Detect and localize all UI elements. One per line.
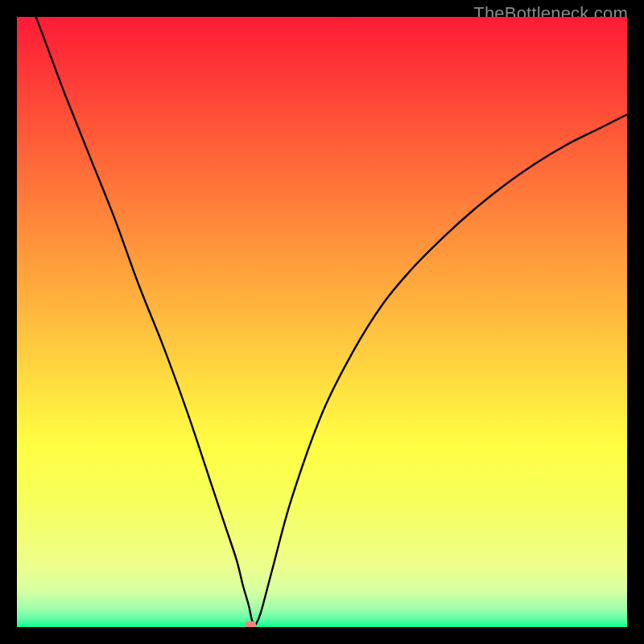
chart-svg xyxy=(17,17,627,627)
chart-container: TheBottleneck.com xyxy=(0,0,644,644)
curve-minimum-marker xyxy=(245,621,256,627)
gradient-background xyxy=(17,17,627,627)
